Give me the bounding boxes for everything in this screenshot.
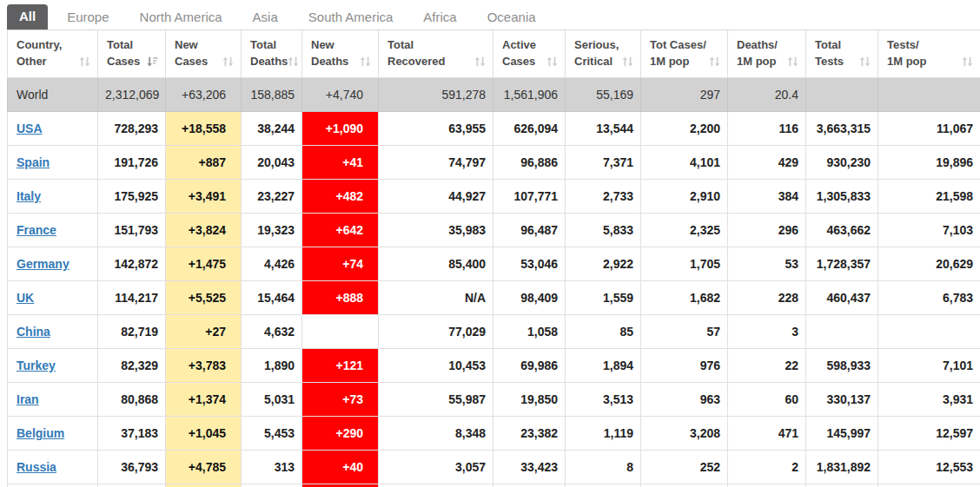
table-row: USA728,293+18,55838,244+1,09063,955626,0… (8, 112, 980, 146)
cell-deaths-1m-pop: 116 (728, 112, 806, 146)
cell-new-cases: +4,785 (166, 451, 242, 484)
column-header-total-deaths[interactable]: TotalDeaths (242, 30, 302, 78)
cell-tests-1m-pop: 7,103 (878, 214, 980, 247)
cell-total-tests: 1,728,357 (806, 247, 878, 281)
cell-new-cases: +3,824 (166, 214, 242, 247)
cell-deaths-1m-pop: 22 (728, 349, 806, 383)
column-header-tot-cases-1m-pop[interactable]: Tot Cases/1M pop (641, 30, 728, 78)
column-header-deaths-1m-pop[interactable]: Deaths/1M pop (728, 30, 806, 78)
cell-total-deaths: 20,043 (242, 146, 302, 180)
table-row: Spain191,726+88720,043+4174,79796,8867,3… (8, 146, 980, 180)
cell-tot-cases-1m-pop: 3,208 (641, 417, 728, 451)
cell-new-deaths: +4,740 (302, 78, 379, 112)
tab-all[interactable]: All (7, 4, 48, 30)
column-header-serious-critical[interactable]: Serious,Critical (566, 30, 641, 78)
world-row: World2,312,069+63,206158,885+4,740591,27… (8, 78, 980, 112)
column-label-line2: 1M pop (887, 54, 927, 69)
cell-total-recovered: 591,278 (379, 78, 493, 112)
cell-tests-1m-pop: 11,067 (878, 112, 980, 146)
cell-tot-cases-1m-pop: 976 (641, 349, 728, 383)
cell-deaths-1m-pop: 228 (728, 281, 806, 315)
cell-serious-critical: 1,119 (566, 417, 641, 451)
covid-stats-table: Country,OtherTotalCasesNewCasesTotalDeat… (7, 30, 980, 487)
tab-south-america[interactable]: South America (297, 6, 405, 30)
cell-total-deaths: 23,227 (242, 180, 302, 214)
cell-deaths-1m-pop: 429 (728, 146, 806, 180)
column-label-line2: Cases (175, 54, 208, 69)
cell-total-recovered: 44,927 (379, 180, 493, 214)
cell-tests-1m-pop: 7,101 (878, 349, 980, 383)
cell-new-cases: +27 (166, 315, 242, 349)
cell-total-tests (806, 315, 878, 349)
cell-tot-cases-1m-pop: 2,200 (641, 112, 728, 146)
column-label-line2-row: 1M pop (737, 54, 800, 69)
cell-serious-critical: 13,544 (566, 112, 641, 146)
tab-oceania[interactable]: Oceania (476, 6, 547, 30)
cell-deaths-1m-pop: 296 (728, 214, 806, 247)
cell-country-other: Belgium (8, 417, 98, 451)
world-label: World (17, 88, 48, 102)
cell-deaths-1m-pop: 20.4 (728, 78, 806, 112)
up-down-arrows-icon (546, 56, 560, 67)
country-link[interactable]: UK (17, 291, 34, 305)
column-header-country-other[interactable]: Country,Other (8, 30, 98, 78)
tab-africa[interactable]: Africa (412, 6, 467, 30)
column-header-tests-1m-pop[interactable]: Tests/1M pop (878, 30, 980, 78)
cell-new-deaths: +642 (302, 214, 379, 247)
cell-active-cases: 1,561,906 (493, 78, 566, 112)
cell-total-recovered: 3,057 (379, 451, 493, 484)
column-label-line1: Tests/ (887, 37, 975, 52)
cell-total-cases: 191,726 (98, 146, 166, 180)
column-label-line2: Other (17, 54, 47, 69)
country-link[interactable]: USA (17, 122, 43, 135)
tab-north-america[interactable]: North America (129, 6, 234, 30)
cell-total-tests: 460,437 (806, 281, 878, 315)
tab-europe[interactable]: Europe (56, 6, 120, 30)
cell-total-tests (806, 484, 878, 487)
cell-country-other: Italy (8, 180, 98, 214)
country-link[interactable]: Italy (17, 189, 41, 203)
country-link[interactable]: France (17, 223, 56, 237)
column-label-line1: New (175, 37, 235, 52)
cell-total-cases: 37,183 (98, 417, 166, 451)
cell-country-other (8, 484, 98, 487)
cell-total-tests: 3,663,315 (806, 112, 878, 146)
table-row: Russia36,793+4,785313+403,05733,42382522… (8, 451, 980, 484)
country-link[interactable]: Iran (17, 392, 39, 406)
country-link[interactable]: Germany (17, 257, 70, 271)
column-label-line2: Deaths (311, 54, 348, 69)
cell-tests-1m-pop (878, 315, 980, 349)
country-link[interactable]: Russia (17, 460, 56, 474)
column-header-active-cases[interactable]: ActiveCases (493, 30, 566, 78)
country-link[interactable]: Turkey (17, 359, 56, 372)
column-label-line1: Total (387, 37, 487, 52)
country-link[interactable]: China (17, 325, 50, 339)
cell-country-other: Spain (8, 146, 98, 180)
cell-total-recovered: 35,983 (379, 214, 493, 247)
country-link[interactable]: Belgium (17, 426, 64, 440)
cell-total-tests: 145,997 (806, 417, 878, 451)
cell-serious-critical: 55,169 (566, 78, 641, 112)
cell-new-cases: +3,783 (166, 349, 242, 383)
cell-serious-critical (566, 484, 641, 487)
column-header-total-recovered[interactable]: TotalRecovered (379, 30, 493, 78)
column-header-total-cases[interactable]: TotalCases (98, 30, 166, 78)
cell-new-deaths: +1,090 (302, 112, 379, 146)
country-link[interactable]: Spain (17, 155, 50, 169)
cell-tot-cases-1m-pop: 2,325 (641, 214, 728, 247)
cell-total-deaths: 5,453 (242, 417, 302, 451)
cell-total-tests: 463,662 (806, 214, 878, 247)
cell-total-recovered: 74,797 (379, 146, 493, 180)
tab-asia[interactable]: Asia (242, 6, 289, 30)
column-label-line2-row: Deaths (250, 54, 296, 69)
cell-deaths-1m-pop: 384 (728, 180, 806, 214)
column-label-line2-row: Other (17, 54, 92, 69)
cell-serious-critical: 3,513 (566, 383, 641, 417)
column-header-new-cases[interactable]: NewCases (166, 30, 242, 78)
table-row: China82,719+274,63277,0291,05885573 (8, 315, 980, 349)
cell-total-deaths: 158,885 (242, 78, 302, 112)
column-header-total-tests[interactable]: TotalTests (806, 30, 878, 78)
cell-total-recovered (379, 484, 493, 487)
column-header-new-deaths[interactable]: NewDeaths (302, 30, 379, 78)
cell-deaths-1m-pop: 53 (728, 247, 806, 281)
